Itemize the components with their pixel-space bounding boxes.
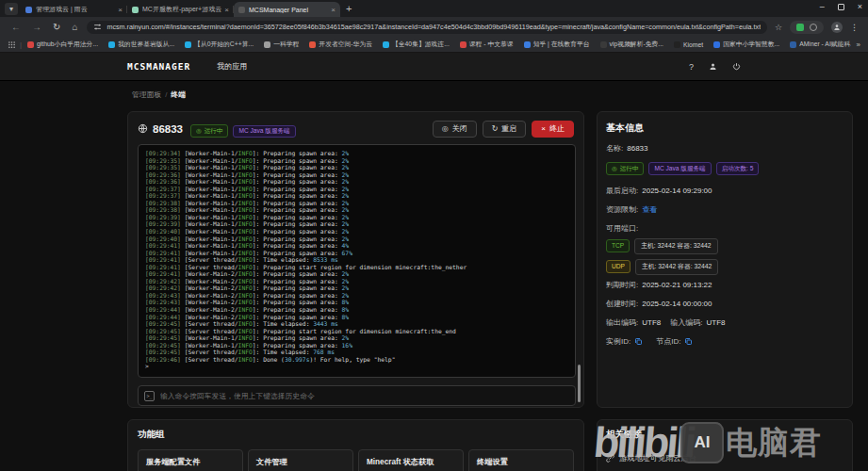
link-icon	[606, 454, 614, 463]
bookmark-item[interactable]: 课程 - 中文慕课	[460, 40, 514, 49]
console-log[interactable]: [09:29:34] [Worker-Main-1/INFO]: Prepari…	[138, 144, 576, 378]
tab-close-icon[interactable]: ×	[224, 6, 229, 14]
back-icon[interactable]: ←	[11, 22, 21, 32]
bookmark-item[interactable]: 开发者空间-华为云	[309, 40, 372, 49]
apps-grid-icon[interactable]	[8, 41, 16, 49]
tab-title: MCSManager Panel	[249, 7, 328, 13]
function-card[interactable]: 文件管理前往 →	[248, 449, 353, 471]
breadcrumb-root[interactable]: 管理面板	[132, 90, 161, 99]
bookmark-item[interactable]: 【全40集】游戏连...	[383, 40, 450, 49]
bookmark-label: 开发者空间-华为云	[319, 40, 372, 49]
command-input[interactable]	[160, 392, 569, 400]
last-start-row: 最后启动: 2025-02-14 09:29:00	[606, 186, 843, 196]
new-tab-button[interactable]: +	[346, 3, 352, 14]
bookmark-label: Kiomet	[683, 41, 703, 48]
function-card[interactable]: Minecraft 状态获取前往 →	[358, 449, 464, 471]
bookmark-favicon	[524, 41, 531, 48]
basic-info-card: 基本信息 名称: 86833 ◎运行中MC Java 版服务端启动次数: 5 最…	[597, 111, 853, 408]
breadcrumb: 管理面板/终端	[132, 89, 186, 100]
instance-icon	[138, 123, 148, 134]
copy-icon[interactable]	[684, 337, 693, 346]
app-logo[interactable]: MCSMANAGER	[127, 61, 190, 72]
extension-icon[interactable]	[796, 24, 804, 31]
bookmark-item[interactable]: vip视频解析-免费...	[600, 40, 663, 49]
node-id-label: 节点ID:	[656, 336, 680, 347]
copy-icon[interactable]	[634, 337, 643, 346]
bookmark-favicon	[713, 41, 720, 48]
restart-instance-button[interactable]: ↻重启	[483, 121, 527, 138]
encoding-row: 输出编码: UTF8 输入编码: UTF8	[606, 317, 843, 328]
function-card-title: 服务端配置文件	[146, 457, 235, 467]
bookmark-item[interactable]: github小白乎用法分...	[27, 40, 98, 49]
function-cards: 服务端配置文件前往 →文件管理前往 →Minecraft 状态获取前往 →终端设…	[138, 449, 574, 471]
tab-title: MC开服教程-paper+游戏云	[142, 5, 221, 14]
bookmark-item[interactable]: 国家中小学智慧教...	[713, 40, 779, 49]
info-card-title: 基本信息	[606, 122, 843, 135]
function-card[interactable]: 服务端配置文件前往 →	[138, 449, 243, 471]
tab-search-button[interactable]: ▾	[5, 3, 18, 15]
log-line: [09:29:44] [Worker-Main-2/INFO]: Prepari…	[145, 306, 568, 314]
game-address-text: 游戏地址可见雨云后台	[619, 453, 696, 463]
log-line: [09:29:38] [Worker-Main-1/INFO]: Prepari…	[145, 200, 568, 207]
ports-label: 可用端口:	[606, 223, 638, 234]
power-icon[interactable]	[732, 62, 741, 71]
log-line: [09:29:45] [Server thread/INFO]: Time el…	[145, 320, 568, 328]
created-row: 创建时间: 2025-02-14 00:00:00	[606, 299, 843, 309]
help-icon[interactable]: ?	[689, 62, 694, 72]
kill-instance-button[interactable]: ×终止	[532, 121, 574, 138]
browser-menu-icon[interactable]: ⋮	[850, 23, 859, 32]
ports-list: TCP主机: 32442 容器: 32442UDP主机: 32442 容器: 3…	[606, 238, 843, 275]
tab-close-icon[interactable]: ×	[118, 6, 123, 14]
bookmark-item[interactable]: Kiomet	[674, 41, 703, 48]
browser-tab-strip: ▾ 管理游戏云 | 雨云×MC开服教程-paper+游戏云×MCSManager…	[0, 0, 868, 17]
running-icon: ◎	[196, 128, 202, 135]
maximize-button[interactable]	[838, 4, 844, 10]
nav-my-apps[interactable]: 我的应用	[217, 61, 247, 72]
restart-icon: ↻	[492, 124, 499, 133]
extension-icon[interactable]	[810, 24, 817, 31]
bookmark-item[interactable]: 【从0开始的C++算...	[185, 40, 254, 49]
resource-limit-label: 资源限制:	[606, 204, 638, 215]
console-scrollbar[interactable]	[578, 365, 581, 402]
bookmark-item[interactable]: 我的世界基岩版从...	[108, 40, 174, 49]
bookmark-favicon	[185, 41, 191, 48]
ids-row: 实例ID: 节点ID:	[606, 336, 843, 347]
close-button-label: 关闭	[452, 123, 467, 134]
log-line: [09:29:34] [Worker-Main-1/INFO]: Prepari…	[145, 150, 568, 157]
bookmark-item[interactable]: AMiner - AI赋能科...	[790, 40, 850, 49]
bookmark-item[interactable]: 一科学程	[264, 40, 299, 49]
app-header: MCSMANAGER 我的应用 ?	[0, 53, 868, 81]
url-text: mcsm.rainyun.com/#/instances/terminal?da…	[106, 23, 760, 31]
resource-view-link[interactable]: 查看	[642, 204, 657, 215]
log-line: [09:29:43] [Worker-Main-2/INFO]: Prepari…	[145, 292, 568, 300]
function-card[interactable]: 终端设置前往 →	[468, 449, 574, 471]
reload-icon[interactable]: ↻	[53, 22, 60, 32]
bookmark-label: 国家中小学智慧教...	[723, 40, 779, 49]
bookmark-label: AMiner - AI赋能科...	[799, 40, 850, 49]
profile-avatar[interactable]	[831, 22, 843, 33]
port-row: TCP主机: 32442 容器: 32442	[606, 238, 843, 254]
bookmarks-overflow-icon[interactable]: »	[857, 41, 860, 49]
browser-tab[interactable]: 管理游戏云 | 雨云×	[21, 2, 127, 17]
tune-icon	[93, 23, 102, 31]
home-icon[interactable]: ⌂	[72, 22, 77, 32]
tab-favicon	[132, 7, 139, 13]
browser-tab[interactable]: MC开服教程-paper+游戏云×	[127, 2, 234, 17]
command-input-bar: >_	[138, 385, 576, 406]
minimize-button[interactable]: –	[820, 2, 825, 11]
browser-tab[interactable]: MCSManager Panel×	[234, 2, 340, 17]
status-badge: 启动次数: 5	[716, 162, 760, 175]
person-icon	[833, 24, 841, 31]
address-bar[interactable]: mcsm.rainyun.com/#/instances/terminal?da…	[87, 21, 766, 34]
bookmark-star-icon[interactable]: ☆	[775, 23, 782, 32]
tab-close-icon[interactable]: ×	[331, 6, 336, 14]
close-instance-button[interactable]: ◎关闭	[433, 121, 477, 138]
window-controls: – ×	[820, 2, 862, 11]
user-icon[interactable]	[709, 62, 717, 71]
close-window-button[interactable]: ×	[858, 2, 862, 11]
bookmark-item[interactable]: 知乎 | 在线教育平台	[524, 40, 590, 49]
bookmark-label: 一科学程	[273, 40, 299, 49]
game-address-link[interactable]: 游戏地址可见雨云后台	[606, 453, 843, 463]
forward-icon[interactable]: →	[32, 22, 41, 32]
log-line: [09:29:39] [Worker-Main-1/INFO]: Prepari…	[145, 220, 568, 228]
